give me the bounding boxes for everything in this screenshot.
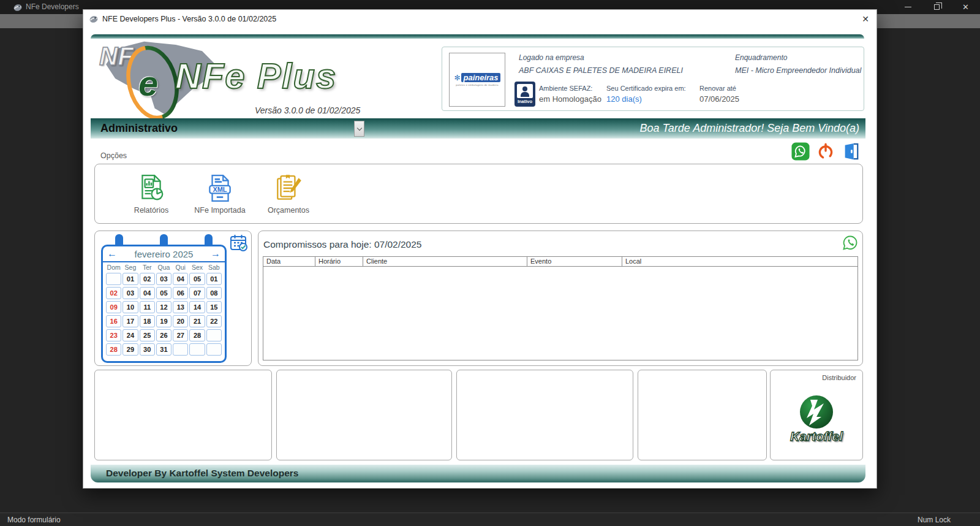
- appointments-column-header: Horário: [315, 257, 363, 266]
- calendar-day-cell[interactable]: 06: [173, 287, 188, 299]
- appointments-panel: Compromissos para hoje: 07/02/2025 DataH…: [258, 231, 863, 366]
- calendar-empty-cell[interactable]: [106, 273, 121, 285]
- module-dropdown-button[interactable]: [354, 121, 364, 137]
- calendar-day-cell[interactable]: 28: [106, 343, 121, 356]
- calendar-day-cell[interactable]: 24: [123, 329, 138, 341]
- paineiras-tagline: paletes e embalagens de madeira: [456, 83, 499, 86]
- whatsapp-outline-icon[interactable]: [841, 234, 859, 252]
- status-bar: Modo formulário Num Lock: [0, 513, 980, 526]
- calendar-day-cell[interactable]: 16: [106, 315, 121, 327]
- calendar-empty-cell[interactable]: [173, 343, 188, 356]
- calendar-day-cell[interactable]: 05: [189, 273, 205, 285]
- calendar-day-cell[interactable]: 09: [106, 301, 121, 313]
- calendar-empty-cell[interactable]: [206, 329, 222, 341]
- calendar-day-cell[interactable]: 23: [106, 329, 121, 341]
- framing-value: MEI - Micro Empreendedor Individual: [735, 66, 861, 75]
- weekday-label: Dom: [105, 264, 122, 271]
- option-nfe-importada[interactable]: XML NFe Importada: [186, 164, 254, 223]
- dialog-title: NFE Developers Plus - Versão 3.0.0 de 01…: [102, 10, 276, 28]
- calendar-day-cell[interactable]: 30: [140, 343, 155, 356]
- appointments-column-header: Evento: [527, 257, 622, 266]
- calendar-day-cell[interactable]: 20: [173, 315, 188, 327]
- calendar-day-cell[interactable]: 02: [140, 273, 155, 285]
- logged-label: Logado na empresa: [519, 53, 584, 62]
- close-button[interactable]: ✕: [951, 0, 980, 14]
- calendar-day-cell[interactable]: 28: [189, 329, 205, 341]
- main-dialog: NFE Developers Plus - Versão 3.0.0 de 01…: [83, 9, 877, 489]
- calendar-empty-cell[interactable]: [206, 343, 222, 356]
- company-logo-box: ✻ paineiras paletes e embalagens de made…: [449, 53, 505, 107]
- calendar-day-cell[interactable]: 26: [156, 329, 172, 341]
- calendar-day-cell[interactable]: 29: [123, 343, 138, 356]
- report-chart-icon: [136, 173, 167, 204]
- calendar-day-cell[interactable]: 15: [206, 301, 222, 313]
- calendar-check-icon[interactable]: [229, 233, 249, 253]
- minimize-button[interactable]: [894, 0, 922, 14]
- calendar-day-cell[interactable]: 10: [123, 301, 138, 313]
- calendar-empty-cell[interactable]: [189, 343, 205, 356]
- calendar-day-cell[interactable]: 31: [156, 343, 172, 356]
- app-icon: [13, 2, 23, 12]
- calendar-day-cell[interactable]: 17: [123, 315, 138, 327]
- module-title: Administrativo: [100, 118, 178, 139]
- weekday-label: Qui: [172, 264, 189, 271]
- calendar-day-cell[interactable]: 12: [156, 301, 172, 313]
- option-label: Orçamentos: [268, 206, 309, 215]
- prev-month-button[interactable]: ←: [107, 246, 119, 261]
- calendar-day-cell[interactable]: 22: [206, 315, 222, 327]
- module-menubar: Administrativo Boa Tarde Administrador! …: [91, 118, 865, 139]
- exit-door-button[interactable]: [842, 142, 860, 161]
- option-label: NFe Importada: [194, 206, 245, 215]
- calendar-day-cell[interactable]: 19: [156, 315, 172, 327]
- calendar-day-cell[interactable]: 03: [123, 287, 138, 299]
- calendar-grid: 0102030405010203040506070809101112131415…: [103, 271, 225, 357]
- calendar-day-cell[interactable]: 04: [173, 273, 188, 285]
- header-accent-strip: [91, 34, 864, 39]
- dialog-titlebar[interactable]: NFE Developers Plus - Versão 3.0.0 de 01…: [83, 10, 876, 28]
- calendar-day-cell[interactable]: 07: [189, 287, 205, 299]
- calendar-day-cell[interactable]: 02: [106, 287, 121, 299]
- option-orcamentos[interactable]: Orçamentos: [254, 164, 323, 223]
- svg-text:XML: XML: [213, 186, 227, 193]
- option-relatorios[interactable]: Relatórios: [117, 164, 186, 223]
- framing-label: Enquadramento: [735, 53, 787, 62]
- next-month-button[interactable]: →: [208, 246, 221, 261]
- calendar-day-cell[interactable]: 04: [140, 287, 155, 299]
- xml-document-icon: XML: [205, 173, 235, 204]
- sefaz-value: em Homologação: [539, 94, 601, 104]
- calendar-day-cell[interactable]: 13: [173, 301, 188, 313]
- calendar-day-cell[interactable]: 27: [173, 329, 188, 341]
- calendar-day-cell[interactable]: 21: [189, 315, 205, 327]
- sefaz-label: Ambiente SEFAZ:: [539, 85, 592, 92]
- renew-label: Renovar até: [699, 85, 736, 92]
- calendar-day-cell[interactable]: 08: [206, 287, 222, 299]
- calendar-day-cell[interactable]: 05: [156, 287, 172, 299]
- dialog-icon: [89, 14, 99, 24]
- calendar-panel: ← fevereiro 2025 → DomSegTerQuaQuiSexSab…: [94, 231, 252, 366]
- power-button[interactable]: [816, 142, 835, 161]
- company-name: ABF CAIXAS E PALETES DE MADEIRA EIRELI: [519, 66, 683, 75]
- calendar-day-cell[interactable]: 03: [156, 273, 172, 285]
- chevron-down-icon: [356, 125, 361, 130]
- calendar-day-cell[interactable]: 01: [123, 273, 138, 285]
- whatsapp-button[interactable]: [791, 142, 810, 161]
- appointments-title: Compromissos para hoje: 07/02/2025: [263, 239, 421, 250]
- close-icon: ✕: [962, 2, 969, 12]
- option-label: Relatórios: [134, 206, 168, 215]
- certificate-days-value[interactable]: 120 dia(s): [606, 94, 642, 104]
- weekday-label: Sab: [206, 264, 222, 271]
- budget-notes-icon: [273, 173, 304, 204]
- bottom-slot-1: [94, 370, 272, 460]
- app-logo-title: NFe Plus: [175, 55, 457, 96]
- calendar-day-cell[interactable]: 14: [189, 301, 205, 313]
- certificate-status-badge: Inativo: [514, 82, 535, 107]
- calendar-day-cell[interactable]: 01: [206, 273, 222, 285]
- dialog-close-button[interactable]: ✕: [859, 13, 872, 25]
- footer-text: Developer By Kartoffel System Developers: [91, 465, 865, 481]
- calendar-day-cell[interactable]: 18: [140, 315, 155, 327]
- paineiras-logo-text: paineiras: [461, 73, 500, 82]
- calendar-day-cell[interactable]: 11: [140, 301, 155, 313]
- calendar-day-cell[interactable]: 25: [140, 329, 155, 341]
- restore-button[interactable]: [922, 0, 951, 14]
- appointments-column-header: Data: [263, 257, 315, 266]
